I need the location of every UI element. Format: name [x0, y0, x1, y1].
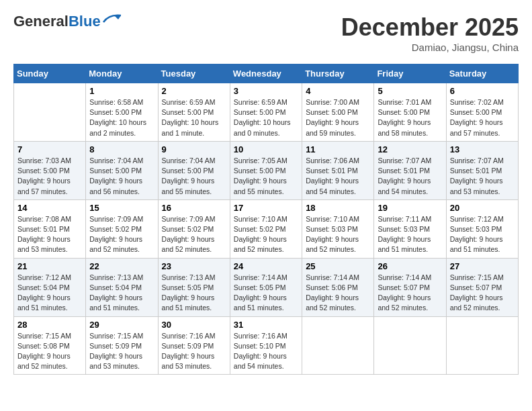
weekday-header-friday: Friday [374, 64, 446, 83]
calendar-cell: 31Sunrise: 7:16 AM Sunset: 5:10 PM Dayli… [230, 316, 302, 375]
weekday-header-saturday: Saturday [446, 64, 518, 83]
day-number: 26 [378, 261, 442, 271]
weekday-header-tuesday: Tuesday [158, 64, 230, 83]
title-block: December 2025 Damiao, Jiangsu, China [341, 13, 519, 53]
day-info: Sunrise: 6:58 AM Sunset: 5:00 PM Dayligh… [89, 97, 154, 138]
day-number: 8 [89, 144, 154, 154]
weekday-header-sunday: Sunday [14, 64, 86, 83]
day-number: 2 [162, 86, 226, 96]
day-info: Sunrise: 7:03 AM Sunset: 5:00 PM Dayligh… [17, 156, 82, 197]
calendar-cell: 25Sunrise: 7:14 AM Sunset: 5:06 PM Dayli… [302, 258, 374, 316]
day-info: Sunrise: 7:01 AM Sunset: 5:00 PM Dayligh… [378, 97, 442, 138]
day-info: Sunrise: 7:12 AM Sunset: 5:04 PM Dayligh… [17, 273, 82, 314]
weekday-header-thursday: Thursday [302, 64, 374, 83]
calendar-cell: 16Sunrise: 7:09 AM Sunset: 5:02 PM Dayli… [158, 199, 230, 258]
day-number: 22 [89, 261, 154, 271]
calendar-week-1: 1Sunrise: 6:58 AM Sunset: 5:00 PM Daylig… [14, 83, 519, 142]
day-number: 29 [89, 320, 154, 330]
calendar-cell: 5Sunrise: 7:01 AM Sunset: 5:00 PM Daylig… [374, 83, 446, 142]
logo: GeneralBlue [13, 13, 122, 30]
calendar-cell: 22Sunrise: 7:13 AM Sunset: 5:04 PM Dayli… [86, 258, 158, 316]
calendar-week-4: 21Sunrise: 7:12 AM Sunset: 5:04 PM Dayli… [14, 258, 519, 316]
day-number: 4 [306, 86, 370, 96]
page-header: GeneralBlue December 2025 Damiao, Jiangs… [13, 13, 519, 53]
calendar-header: SundayMondayTuesdayWednesdayThursdayFrid… [14, 64, 519, 83]
calendar-cell [302, 316, 374, 375]
logo-text: GeneralBlue [13, 13, 101, 30]
day-number: 16 [162, 203, 226, 213]
logo-wing-icon [102, 13, 122, 25]
day-info: Sunrise: 7:09 AM Sunset: 5:02 PM Dayligh… [89, 214, 154, 255]
day-number: 9 [162, 144, 226, 154]
day-number: 21 [17, 261, 82, 271]
calendar-table: SundayMondayTuesdayWednesdayThursdayFrid… [13, 64, 519, 375]
day-number: 30 [162, 320, 226, 330]
day-number: 15 [89, 203, 154, 213]
calendar-cell: 10Sunrise: 7:05 AM Sunset: 5:00 PM Dayli… [230, 141, 302, 199]
calendar-week-3: 14Sunrise: 7:08 AM Sunset: 5:01 PM Dayli… [14, 199, 519, 258]
day-info: Sunrise: 7:15 AM Sunset: 5:09 PM Dayligh… [89, 331, 154, 372]
day-number: 27 [450, 261, 515, 271]
calendar-cell: 9Sunrise: 7:04 AM Sunset: 5:00 PM Daylig… [158, 141, 230, 199]
day-info: Sunrise: 7:11 AM Sunset: 5:03 PM Dayligh… [378, 214, 442, 255]
day-info: Sunrise: 7:00 AM Sunset: 5:00 PM Dayligh… [306, 97, 370, 138]
calendar-cell: 19Sunrise: 7:11 AM Sunset: 5:03 PM Dayli… [374, 199, 446, 258]
day-info: Sunrise: 7:16 AM Sunset: 5:09 PM Dayligh… [162, 331, 226, 372]
calendar-cell: 8Sunrise: 7:04 AM Sunset: 5:00 PM Daylig… [86, 141, 158, 199]
day-number: 19 [378, 203, 442, 213]
day-number: 23 [162, 261, 226, 271]
day-info: Sunrise: 6:59 AM Sunset: 5:00 PM Dayligh… [162, 97, 226, 138]
day-number: 17 [234, 203, 298, 213]
calendar-cell: 26Sunrise: 7:14 AM Sunset: 5:07 PM Dayli… [374, 258, 446, 316]
day-info: Sunrise: 7:06 AM Sunset: 5:01 PM Dayligh… [306, 156, 370, 197]
calendar-cell: 2Sunrise: 6:59 AM Sunset: 5:00 PM Daylig… [158, 83, 230, 142]
day-info: Sunrise: 7:02 AM Sunset: 5:00 PM Dayligh… [450, 97, 515, 138]
day-info: Sunrise: 7:16 AM Sunset: 5:10 PM Dayligh… [234, 331, 298, 372]
calendar-cell: 7Sunrise: 7:03 AM Sunset: 5:00 PM Daylig… [14, 141, 86, 199]
calendar-cell: 27Sunrise: 7:15 AM Sunset: 5:07 PM Dayli… [446, 258, 518, 316]
calendar-cell: 1Sunrise: 6:58 AM Sunset: 5:00 PM Daylig… [86, 83, 158, 142]
day-number: 11 [306, 144, 370, 154]
calendar-cell: 11Sunrise: 7:06 AM Sunset: 5:01 PM Dayli… [302, 141, 374, 199]
calendar-week-2: 7Sunrise: 7:03 AM Sunset: 5:00 PM Daylig… [14, 141, 519, 199]
day-number: 24 [234, 261, 298, 271]
day-number: 10 [234, 144, 298, 154]
day-info: Sunrise: 7:12 AM Sunset: 5:03 PM Dayligh… [450, 214, 515, 255]
day-info: Sunrise: 7:13 AM Sunset: 5:04 PM Dayligh… [89, 273, 154, 314]
day-info: Sunrise: 7:14 AM Sunset: 5:05 PM Dayligh… [234, 273, 298, 314]
calendar-cell: 3Sunrise: 6:59 AM Sunset: 5:00 PM Daylig… [230, 83, 302, 142]
day-info: Sunrise: 7:04 AM Sunset: 5:00 PM Dayligh… [162, 156, 226, 197]
day-number: 6 [450, 86, 515, 96]
calendar-week-5: 28Sunrise: 7:15 AM Sunset: 5:08 PM Dayli… [14, 316, 519, 375]
day-number: 18 [306, 203, 370, 213]
day-number: 5 [378, 86, 442, 96]
day-info: Sunrise: 7:13 AM Sunset: 5:05 PM Dayligh… [162, 273, 226, 314]
calendar-cell: 4Sunrise: 7:00 AM Sunset: 5:00 PM Daylig… [302, 83, 374, 142]
weekday-header-monday: Monday [86, 64, 158, 83]
calendar-cell: 17Sunrise: 7:10 AM Sunset: 5:02 PM Dayli… [230, 199, 302, 258]
calendar-cell: 20Sunrise: 7:12 AM Sunset: 5:03 PM Dayli… [446, 199, 518, 258]
month-title: December 2025 [341, 13, 519, 42]
day-number: 1 [89, 86, 154, 96]
day-info: Sunrise: 7:09 AM Sunset: 5:02 PM Dayligh… [162, 214, 226, 255]
day-number: 7 [17, 144, 82, 154]
calendar-cell [374, 316, 446, 375]
calendar-cell [446, 316, 518, 375]
calendar-body: 1Sunrise: 6:58 AM Sunset: 5:00 PM Daylig… [14, 83, 519, 375]
weekday-header-row: SundayMondayTuesdayWednesdayThursdayFrid… [14, 64, 519, 83]
calendar-cell [14, 83, 86, 142]
calendar-cell: 28Sunrise: 7:15 AM Sunset: 5:08 PM Dayli… [14, 316, 86, 375]
day-info: Sunrise: 7:10 AM Sunset: 5:03 PM Dayligh… [306, 214, 370, 255]
day-info: Sunrise: 7:14 AM Sunset: 5:07 PM Dayligh… [378, 273, 442, 314]
day-info: Sunrise: 7:04 AM Sunset: 5:00 PM Dayligh… [89, 156, 154, 197]
day-info: Sunrise: 7:14 AM Sunset: 5:06 PM Dayligh… [306, 273, 370, 314]
calendar-cell: 29Sunrise: 7:15 AM Sunset: 5:09 PM Dayli… [86, 316, 158, 375]
day-number: 31 [234, 320, 298, 330]
day-info: Sunrise: 7:15 AM Sunset: 5:08 PM Dayligh… [17, 331, 82, 372]
day-info: Sunrise: 7:08 AM Sunset: 5:01 PM Dayligh… [17, 214, 82, 255]
day-number: 12 [378, 144, 442, 154]
calendar-cell: 15Sunrise: 7:09 AM Sunset: 5:02 PM Dayli… [86, 199, 158, 258]
calendar-cell: 6Sunrise: 7:02 AM Sunset: 5:00 PM Daylig… [446, 83, 518, 142]
calendar-cell: 30Sunrise: 7:16 AM Sunset: 5:09 PM Dayli… [158, 316, 230, 375]
day-info: Sunrise: 7:07 AM Sunset: 5:01 PM Dayligh… [450, 156, 515, 197]
